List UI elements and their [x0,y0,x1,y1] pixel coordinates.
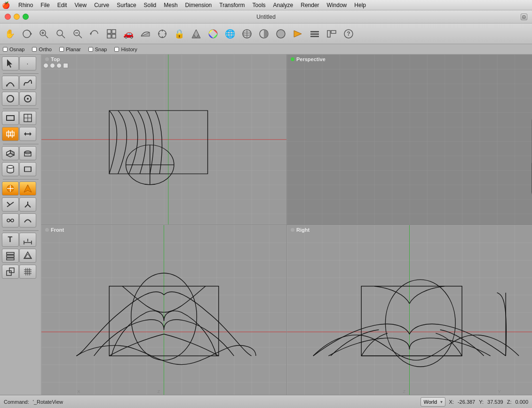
svg-rect-33 [310,36,319,37]
arc-tool-button[interactable] [2,76,19,90]
shaded-view-button[interactable] [188,26,204,42]
menu-window[interactable]: Window [323,1,351,9]
render-options-button[interactable] [324,26,340,42]
render-full-button[interactable] [273,26,289,42]
transform-arrows-button[interactable] [19,127,36,141]
svg-rect-57 [24,152,31,156]
grid-snap-button[interactable] [19,265,36,279]
gumball-tools [2,181,40,196]
close-button[interactable] [5,14,11,20]
minimize-button[interactable] [14,14,20,20]
perspective-viewport[interactable]: Perspective [287,55,532,225]
menu-render[interactable]: Render [297,1,323,9]
right-viewport-dot [291,228,294,232]
menu-mesh[interactable]: Mesh [160,1,181,9]
ortho-toggle[interactable]: Ortho [32,47,52,52]
curve-from-edge-button[interactable] [19,213,36,228]
join-tool-button[interactable] [19,197,36,212]
snap-to-button[interactable] [154,26,170,42]
menu-file[interactable]: File [37,1,53,9]
planar-toggle[interactable]: Planar [59,47,81,52]
render-color-button[interactable] [205,26,221,42]
rect-tools [2,111,40,125]
top-viewport[interactable]: Top [41,55,286,225]
trim-tool-button[interactable] [2,197,19,212]
top-viewport-label: Top [45,56,60,62]
snap-toggle[interactable]: Snap [88,47,107,52]
front-viewport-label: Front [45,227,64,233]
menu-solid[interactable]: Solid [140,1,160,9]
help-button[interactable]: ? [341,26,357,42]
top-vp-control-1[interactable] [43,63,48,68]
top-vp-control-3[interactable] [56,63,62,68]
viewport-layout-button[interactable] [103,26,119,42]
transform-gumball-button[interactable] [2,127,19,141]
right-viewport-title: Right [296,227,310,233]
globe-view-button[interactable]: 🌐 [222,26,238,42]
osnap-toggle[interactable]: Osnap [3,47,24,52]
render-arrow-button[interactable] [290,26,306,42]
car-model-button[interactable]: 🚗 [120,26,136,42]
menu-curve[interactable]: Curve [90,1,113,9]
front-viewport[interactable]: Front Z X [41,225,286,395]
box-variant-button[interactable] [19,146,36,160]
menu-dimension[interactable]: Dimension [182,1,216,9]
menu-rhino[interactable]: Rhino [15,1,37,9]
svg-rect-31 [310,31,319,32]
cylinder-variant-button[interactable] [19,162,36,176]
freeform-curve-button[interactable] [19,76,36,90]
command-value: '_RotateView [33,399,63,405]
text-tool-button[interactable]: T [2,233,19,247]
undo-button[interactable] [87,26,103,42]
point-tool-button[interactable]: · [19,56,36,71]
surface-button[interactable] [137,26,153,42]
svg-marker-11 [90,32,91,35]
render-settings-button[interactable] [307,26,323,42]
box-tool-button[interactable] [2,146,19,160]
menu-help[interactable]: Help [350,1,370,9]
zoom-button[interactable]: ⊡ [521,14,527,20]
perspective-button[interactable] [239,26,255,42]
select-tool-button[interactable] [2,56,19,71]
circle-tool-button[interactable] [2,92,19,106]
zoom-selected-button[interactable] [70,26,86,42]
menu-surface[interactable]: Surface [113,1,140,9]
render-half-button[interactable] [256,26,272,42]
svg-text:X: X [77,389,80,393]
menu-tools[interactable]: Tools [249,1,270,9]
gumball-arrow-button[interactable] [19,181,36,196]
menu-transform[interactable]: Transform [215,1,248,9]
osnap-dot [3,47,8,52]
title-bar: Untitled ⊡ [0,10,532,24]
rectangle-tool-button[interactable] [2,111,19,125]
top-vp-control-2[interactable] [50,63,55,68]
menu-edit[interactable]: Edit [54,1,71,9]
object-properties-button[interactable] [19,249,36,263]
maximize-button[interactable] [23,14,29,20]
surface-from-curve-button[interactable] [19,111,36,125]
svg-rect-94 [41,55,286,225]
rotate-tool-button[interactable] [19,26,35,42]
command-prompt-label: Command: [4,399,29,405]
dimension-tool-button[interactable] [19,233,36,247]
lock-button[interactable]: 🔒 [171,26,187,42]
planar-label: Planar [66,47,81,52]
top-vp-control-4[interactable] [63,63,68,68]
coord-system-selector[interactable]: World [421,397,445,407]
cylinder-tool-button[interactable] [2,162,19,176]
point-on-curve-button[interactable] [2,213,19,228]
main-toolbar: ✋ 🚗 🔒 🌐 [0,24,532,44]
zoom-extents-button[interactable] [36,26,52,42]
apple-logo-icon: 🍎 [2,1,10,9]
circle-variant-button[interactable] [19,92,36,106]
block-tool-button[interactable] [2,265,19,279]
menu-view[interactable]: View [71,1,90,9]
layer-manager-button[interactable] [2,249,19,263]
zoom-window-button[interactable] [53,26,69,42]
gumball-orange-button[interactable] [2,181,19,196]
pan-tool-button[interactable]: ✋ [2,26,18,42]
history-toggle[interactable]: History [114,47,137,52]
right-viewport[interactable]: Right Z Y [287,225,532,395]
menu-analyze[interactable]: Analyze [270,1,297,9]
svg-text:Y: Y [498,389,500,393]
